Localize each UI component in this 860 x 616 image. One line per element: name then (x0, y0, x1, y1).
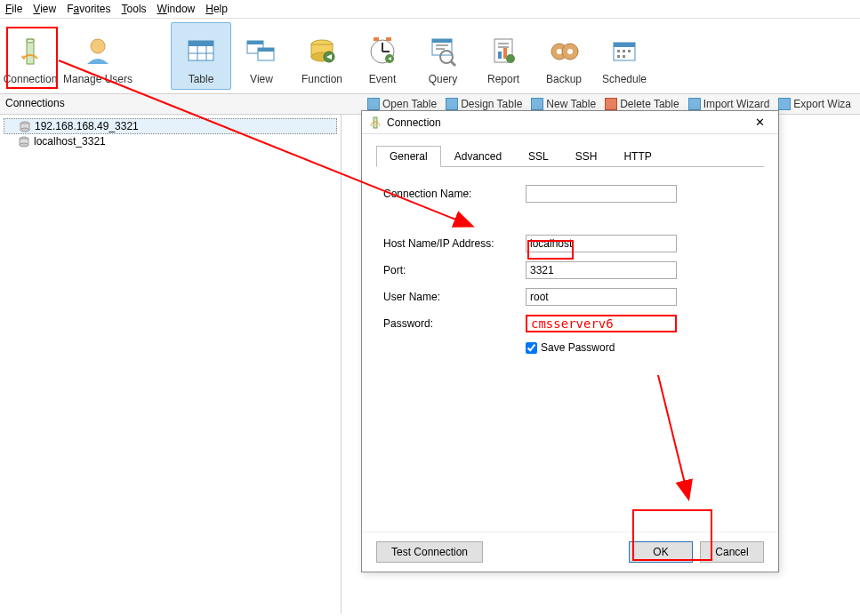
dialog-body: General Advanced SSL SSH HTTP Connection… (362, 134, 778, 532)
dialog-icon (369, 116, 382, 129)
svg-rect-54 (374, 117, 377, 128)
main-toolbar: Connection Manage Users Table View Funct… (0, 19, 860, 94)
delete-table-button[interactable]: Delete Table (601, 97, 683, 111)
host-input[interactable] (526, 235, 677, 252)
event-label: Event (369, 73, 397, 85)
tree-item[interactable]: 192.168.168.49_3321 (4, 118, 337, 134)
connection-tree: 192.168.168.49_3321 localhost_3321 (0, 115, 341, 152)
close-button[interactable]: ✕ (748, 116, 771, 129)
menu-file[interactable]: File (5, 3, 22, 15)
tab-general[interactable]: General (376, 146, 441, 167)
svg-rect-47 (623, 55, 625, 58)
tree-item-label: 192.168.168.49_3321 (35, 120, 139, 132)
menu-view[interactable]: View (33, 3, 56, 15)
username-input[interactable] (526, 288, 677, 306)
svg-point-40 (567, 49, 573, 54)
svg-rect-42 (614, 43, 635, 47)
table-icon (185, 36, 217, 68)
svg-point-1 (27, 39, 34, 43)
view-icon (245, 36, 277, 68)
svg-line-30 (451, 61, 455, 66)
sidebar: 192.168.168.49_3321 localhost_3321 (0, 115, 342, 613)
svg-rect-44 (623, 50, 625, 52)
table-label: Table (189, 73, 214, 85)
new-table-button[interactable]: New Table (527, 97, 599, 111)
export-wizard-button[interactable]: Export Wiza (775, 97, 855, 111)
connection-dialog: Connection ✕ General Advanced SSL SSH HT… (361, 110, 779, 572)
open-table-icon (367, 98, 380, 110)
ok-button[interactable]: OK (629, 541, 693, 563)
save-password-checkbox[interactable] (526, 342, 537, 354)
query-icon (427, 36, 459, 68)
dialog-title: Connection (387, 116, 743, 129)
function-label: Function (301, 73, 342, 85)
connection-name-label: Connection Name: (383, 188, 526, 200)
connections-title: Connections (5, 97, 364, 111)
schedule-icon (608, 36, 640, 68)
open-table-button[interactable]: Open Table (364, 97, 440, 111)
svg-point-3 (91, 39, 105, 53)
user-icon (82, 36, 114, 68)
view-button[interactable]: View (231, 22, 292, 90)
database-icon (19, 120, 31, 132)
menu-help[interactable]: Help (205, 3, 228, 15)
svg-point-38 (557, 49, 562, 54)
tree-item[interactable]: localhost_3321 (4, 134, 337, 148)
save-password-label: Save Password (541, 341, 615, 354)
dialog-tabs: General Advanced SSL SSH HTTP (376, 145, 764, 167)
report-button[interactable]: Report (473, 22, 534, 90)
svg-rect-10 (247, 41, 263, 44)
port-input[interactable] (526, 261, 677, 279)
connection-icon (14, 36, 46, 68)
svg-rect-28 (436, 48, 445, 50)
svg-rect-32 (498, 43, 509, 44)
tab-http[interactable]: HTTP (610, 146, 664, 167)
svg-rect-34 (498, 52, 502, 59)
query-label: Query (429, 73, 458, 85)
report-label: Report (487, 73, 519, 85)
svg-point-36 (506, 54, 515, 63)
dialog-titlebar: Connection ✕ (362, 111, 778, 134)
menu-bar: File View Favorites Tools Window Help (0, 0, 860, 19)
svg-rect-21 (374, 37, 379, 41)
svg-rect-27 (436, 44, 448, 46)
report-icon (487, 36, 519, 68)
svg-point-53 (20, 143, 28, 147)
menu-favorites[interactable]: Favorites (67, 3, 110, 15)
tab-advanced[interactable]: Advanced (441, 146, 515, 167)
svg-rect-26 (432, 39, 452, 43)
delete-table-icon (605, 98, 617, 110)
password-input[interactable] (526, 315, 677, 332)
backup-icon (548, 36, 580, 68)
menu-tools[interactable]: Tools (122, 3, 147, 15)
manage-users-label: Manage Users (63, 73, 133, 85)
svg-rect-33 (498, 46, 509, 48)
password-label: Password: (383, 317, 526, 330)
svg-rect-12 (258, 48, 274, 52)
connection-name-input[interactable] (526, 185, 677, 203)
function-icon (306, 36, 338, 68)
import-wizard-button[interactable]: Import Wizard (685, 97, 774, 111)
table-button[interactable]: Table (171, 22, 231, 90)
menu-window[interactable]: Window (157, 3, 196, 15)
svg-rect-46 (617, 55, 620, 58)
connection-button[interactable]: Connection (0, 22, 60, 90)
import-wizard-icon (688, 98, 701, 110)
backup-button[interactable]: Backup (534, 22, 594, 90)
manage-users-button[interactable]: Manage Users (60, 22, 135, 90)
tab-ssl[interactable]: SSL (515, 146, 562, 167)
svg-rect-43 (617, 50, 620, 52)
design-table-icon (446, 98, 458, 110)
design-table-button[interactable]: Design Table (442, 97, 526, 111)
new-table-icon (531, 98, 543, 110)
schedule-button[interactable]: Schedule (594, 22, 655, 90)
function-button[interactable]: Function (292, 22, 352, 90)
tab-ssh[interactable]: SSH (562, 146, 611, 167)
cancel-button[interactable]: Cancel (700, 541, 764, 563)
backup-label: Backup (546, 73, 582, 85)
query-button[interactable]: Query (413, 22, 473, 90)
dialog-footer: Test Connection OK Cancel (362, 532, 778, 572)
event-button[interactable]: Event (352, 22, 413, 90)
database-icon (18, 135, 30, 148)
test-connection-button[interactable]: Test Connection (376, 541, 483, 563)
